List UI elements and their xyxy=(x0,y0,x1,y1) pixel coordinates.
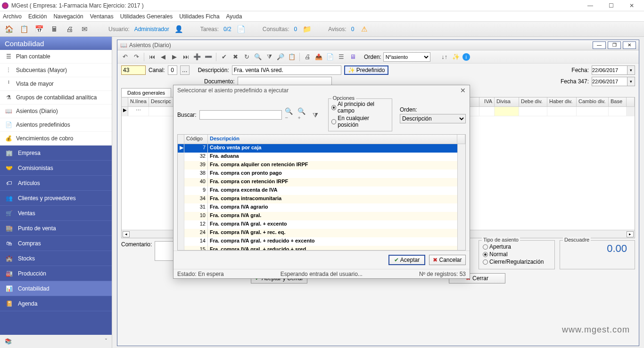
zoom-out-icon[interactable]: 🔍⁻ xyxy=(285,110,295,120)
first-icon[interactable]: ⏮ xyxy=(147,52,157,62)
modal-grid[interactable]: Código Descripción ▶7Cobro venta por caj… xyxy=(177,134,466,251)
tree-vencimientos[interactable]: 💰Vencimientos de cobro xyxy=(0,132,112,146)
scroll-right[interactable]: ▸ xyxy=(627,231,634,237)
tasks-icon[interactable]: 📄 xyxy=(236,24,247,34)
search-icon[interactable]: 🔍 xyxy=(253,52,263,62)
modal-row[interactable]: 40Fra. compra con retención IRPF xyxy=(178,178,465,186)
maximize-button[interactable]: ☐ xyxy=(601,0,621,11)
canal-input[interactable] xyxy=(168,65,177,75)
book-icon[interactable]: 📚 xyxy=(5,338,12,345)
filter-icon[interactable]: ⧩ xyxy=(310,110,320,120)
wand-icon[interactable]: ✨ xyxy=(451,52,461,62)
col-haberdiv[interactable]: Haber div. xyxy=(547,97,577,106)
modal-row[interactable]: 15Fra. compra IVA gral. + reducido + sre… xyxy=(178,246,465,251)
col-codigo[interactable]: Código xyxy=(184,135,208,144)
modal-orden-select[interactable]: Descripción xyxy=(400,114,466,123)
clipboard-icon[interactable]: 📋 xyxy=(19,24,29,34)
home-icon[interactable]: 🏠 xyxy=(4,24,14,34)
fecha347-input[interactable] xyxy=(592,77,627,86)
next-icon[interactable]: ▶ xyxy=(170,52,179,62)
section-articulos[interactable]: 🏷Artículos xyxy=(0,176,112,191)
buscar-input[interactable] xyxy=(199,110,282,120)
menu-edicion[interactable]: Edición xyxy=(28,13,47,20)
modal-vscroll[interactable] xyxy=(457,144,465,250)
fecha347-dropdown[interactable]: ▾ xyxy=(627,77,635,86)
modal-row[interactable]: 24Fra. compra IVA gral. + rec. eq. xyxy=(178,229,465,237)
section-empresa[interactable]: 🏢Empresa xyxy=(0,146,112,161)
modal-aceptar-button[interactable]: ✔Aceptar xyxy=(388,255,425,265)
menu-utilidades-ficha[interactable]: Utilidades Ficha xyxy=(179,13,219,20)
tree-asientos-diario[interactable]: 📖Asientos (Diario) xyxy=(0,105,112,118)
radio-cierre[interactable]: Cierre/Regularización xyxy=(483,259,551,265)
modal-row[interactable]: ▶7Cobro venta por caja xyxy=(178,144,465,153)
col-cambiodiv[interactable]: Cambio div. xyxy=(577,97,609,106)
menu-archivo[interactable]: Archivo xyxy=(3,13,22,20)
zoom-in-icon[interactable]: 🔍⁺ xyxy=(297,110,307,120)
col-debediv[interactable]: Debe div. xyxy=(519,97,547,106)
zoom-icon[interactable]: 🔎 xyxy=(276,52,285,62)
child-restore[interactable]: ❐ xyxy=(608,41,621,49)
section-stocks[interactable]: 🏰Stocks xyxy=(0,251,112,266)
printer-icon[interactable]: 🖨 xyxy=(303,52,312,62)
sort-icon[interactable]: ↓↑ xyxy=(440,52,449,62)
print-icon[interactable]: 🖨 xyxy=(64,24,74,34)
section-contabilidad[interactable]: 📊Contabilidad xyxy=(0,281,112,296)
fecha-input[interactable] xyxy=(592,65,627,75)
col-descripcion[interactable]: Descripción xyxy=(208,135,457,144)
col-base[interactable]: Base xyxy=(609,97,627,106)
refresh-icon[interactable]: ↻ xyxy=(242,52,251,62)
last-icon[interactable]: ⏭ xyxy=(181,52,190,62)
child-minimize[interactable]: — xyxy=(593,41,606,49)
section-comisionistas[interactable]: 🤝Comisionistas xyxy=(0,161,112,176)
orden-select[interactable]: Nºasiento xyxy=(383,52,430,62)
calc-icon[interactable]: 🖩 xyxy=(49,24,59,34)
section-ventas[interactable]: 🛒Ventas xyxy=(0,206,112,221)
menu-navegacion[interactable]: Navegación xyxy=(53,13,83,20)
child-close[interactable]: ✕ xyxy=(623,41,636,49)
doc2-icon[interactable]: 📄 xyxy=(325,52,335,62)
col-nlinea[interactable]: N.línea xyxy=(128,97,149,106)
section-agenda[interactable]: 📔Agenda xyxy=(0,296,112,311)
cancel-icon[interactable]: ✖ xyxy=(231,52,240,62)
radio-apertura[interactable]: Apertura xyxy=(483,243,551,250)
tree-plan-contable[interactable]: ☰Plan contable xyxy=(0,50,112,64)
scroll-left[interactable]: ◂ xyxy=(123,231,130,237)
radio-cualquier[interactable]: En cualquier posición xyxy=(331,115,389,128)
modal-row[interactable]: 12Fra. compra IVA gral. + excento xyxy=(178,220,465,229)
list-icon[interactable]: ☰ xyxy=(337,52,346,62)
section-compras[interactable]: 🛍Compras xyxy=(0,236,112,251)
check-icon[interactable]: ✔ xyxy=(219,52,229,62)
info-icon[interactable]: i xyxy=(462,53,470,61)
remove-icon[interactable]: ➖ xyxy=(204,52,213,62)
chevron-down-icon[interactable]: ˇ xyxy=(105,338,107,345)
asiento-num-input[interactable] xyxy=(121,65,146,75)
canal-lookup-button[interactable]: … xyxy=(180,65,190,75)
close-button[interactable]: ✕ xyxy=(621,0,642,11)
col-divisa[interactable]: Divisa xyxy=(495,97,519,106)
copy-icon[interactable]: 📋 xyxy=(287,52,297,62)
tree-subcuentas[interactable]: ⵗSubcuentas (Mayor) xyxy=(0,64,112,77)
add-icon[interactable]: ➕ xyxy=(192,52,202,62)
modal-row[interactable]: 39Fra. compra alquiler con retención IRP… xyxy=(178,161,465,170)
col-iva[interactable]: IVA xyxy=(479,97,495,106)
undo-icon[interactable]: ↶ xyxy=(120,52,130,62)
tree-grupos-analitica[interactable]: ⚗Grupos de contabilidad analítica xyxy=(0,91,112,105)
col-descrip[interactable]: Descripc xyxy=(149,97,173,106)
filter-icon[interactable]: ⧩ xyxy=(264,52,274,62)
modal-row[interactable]: 9Fra. compra excenta de IVA xyxy=(178,186,465,195)
modal-row[interactable]: 31Fra. compra IVA agrario xyxy=(178,203,465,212)
modal-row[interactable]: 14Fra. compra IVA gral. + reducido + exc… xyxy=(178,237,465,246)
prev-icon[interactable]: ◀ xyxy=(158,52,168,62)
predefinido-button[interactable]: ✨Predefinido xyxy=(344,65,389,75)
modal-row[interactable]: 38Fra. compra con pronto pago xyxy=(178,170,465,178)
mail-icon[interactable]: ✉ xyxy=(79,24,90,34)
minimize-button[interactable]: — xyxy=(580,0,601,11)
menu-ventanas[interactable]: Ventanas xyxy=(90,13,114,20)
modal-close-button[interactable]: ✕ xyxy=(460,87,466,94)
menu-ayuda[interactable]: Ayuda xyxy=(226,13,242,20)
fecha-dropdown[interactable]: ▾ xyxy=(627,65,635,75)
folder-icon[interactable]: 📁 xyxy=(302,24,312,34)
modal-row[interactable]: 34Fra. compra intracomunitaria xyxy=(178,195,465,203)
tree-asientos-predef[interactable]: 📄Asientos predefinidos xyxy=(0,118,112,132)
calendar-icon[interactable]: 📅 xyxy=(34,24,44,34)
